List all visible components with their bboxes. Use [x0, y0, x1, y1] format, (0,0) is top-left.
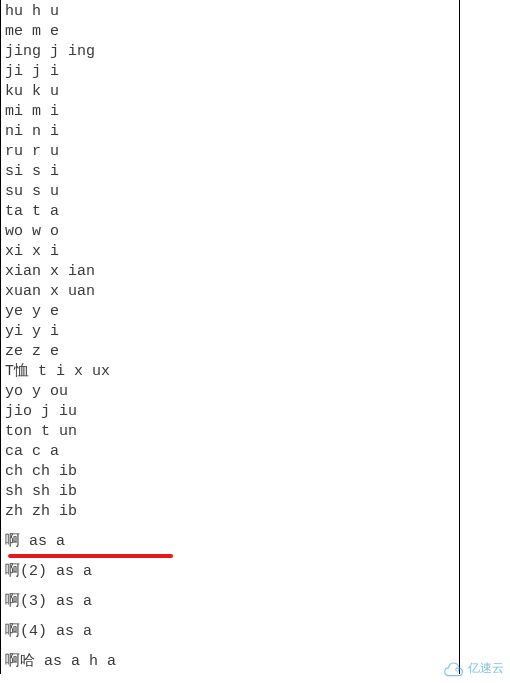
text-line: jio j iu: [5, 402, 455, 422]
text-line: su s u: [5, 182, 455, 202]
text-line: xi x i: [5, 242, 455, 262]
text-line: ta t a: [5, 202, 455, 222]
text-line: 啊(4) as a: [5, 622, 455, 642]
text-line: ji j i: [5, 62, 455, 82]
text-line: ch ch ib: [5, 462, 455, 482]
text-line: xian x ian: [5, 262, 455, 282]
text-line: 啊 as a: [5, 532, 455, 552]
code-text-box: hu h u me m e jing j ing ji j i ku k u m…: [0, 0, 460, 674]
text-line: jing j ing: [5, 42, 455, 62]
text-line: ni n i: [5, 122, 455, 142]
text-line: ca c a: [5, 442, 455, 462]
text-line: ku k u: [5, 82, 455, 102]
text-line: yi y i: [5, 322, 455, 342]
cloud-icon: [442, 661, 464, 677]
text-line: 啊(2) as a: [5, 562, 455, 582]
text-line: T恤 t i x ux: [5, 362, 455, 382]
text-line: si s i: [5, 162, 455, 182]
watermark-text: 亿速云: [468, 660, 504, 677]
watermark: 亿速云: [442, 660, 504, 677]
red-underline-annotation: [8, 554, 173, 558]
text-line: ton t un: [5, 422, 455, 442]
text-line: wo w o: [5, 222, 455, 242]
text-line: xuan x uan: [5, 282, 455, 302]
text-line: sh sh ib: [5, 482, 455, 502]
text-line: 啊哈 as a h a: [5, 652, 455, 672]
text-line: ye y e: [5, 302, 455, 322]
text-line: 啊(3) as a: [5, 592, 455, 612]
text-line: zh zh ib: [5, 502, 455, 522]
text-line: hu h u: [5, 2, 455, 22]
text-line: ru r u: [5, 142, 455, 162]
text-line: mi m i: [5, 102, 455, 122]
text-line: ze z e: [5, 342, 455, 362]
text-line: me m e: [5, 22, 455, 42]
text-line: yo y ou: [5, 382, 455, 402]
